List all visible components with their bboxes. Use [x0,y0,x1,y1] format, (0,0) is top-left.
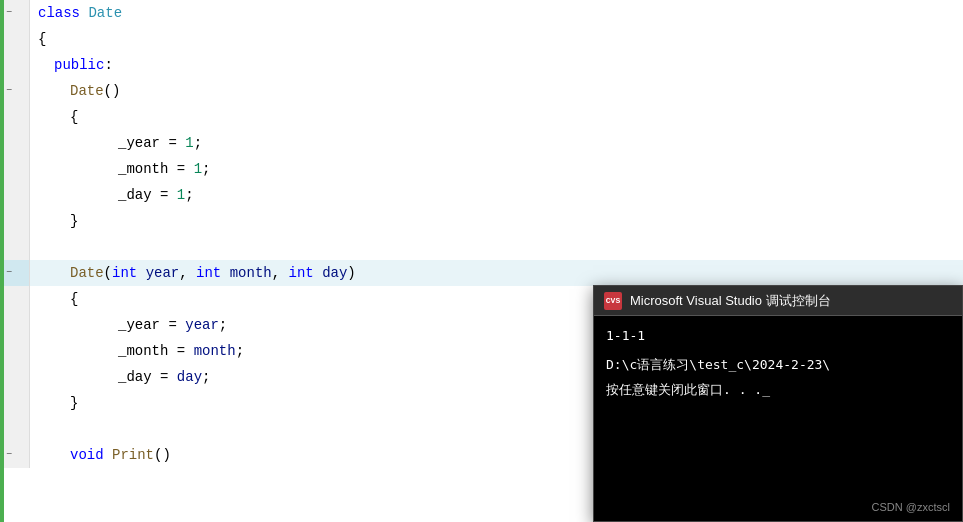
gutter-17 [0,416,30,442]
brace-open-3: { [70,286,78,312]
value-day: day [177,364,202,390]
terminal-title: Microsoft Visual Studio 调试控制台 [630,292,831,310]
terminal-window: CVS Microsoft Visual Studio 调试控制台 1-1-1 … [593,285,963,522]
keyword-int-day: int [289,260,314,286]
line-3: public : [0,52,963,78]
code-content-3: public : [30,52,963,78]
gutter-3 [0,52,30,78]
assign-month: = [168,156,193,182]
func-default-ctor: Date [70,78,104,104]
func-print: Print [112,442,154,468]
semi-year: ; [194,130,202,156]
terminal-footer: CSDN @zxctscl [872,501,950,513]
line-1: − class Date [0,0,963,26]
code-content-2: { [30,26,963,52]
code-content-6: _year = 1 ; [30,130,963,156]
value-year: year [185,312,219,338]
collapse-btn-18[interactable]: − [2,448,16,462]
gutter-1: − [0,0,30,26]
gutter-4: − [0,78,30,104]
assign-day-2: = [152,364,177,390]
left-border [0,0,4,522]
gutter-18: − [0,442,30,468]
gutter-10 [0,234,30,260]
terminal-icon-text: CVS [606,296,620,305]
terminal-output-2: D:\c语言练习\test_c\2024-2-23\ [606,355,950,376]
colon-public: : [104,52,112,78]
code-content-9: } [30,208,963,234]
gutter-15 [0,364,30,390]
line-6: _year = 1 ; [0,130,963,156]
member-month-1: _month [118,156,168,182]
code-content-7: _month = 1 ; [30,156,963,182]
brace-close-2: } [70,390,78,416]
gutter-7 [0,156,30,182]
brace-open-2: { [70,104,78,130]
code-content-11: Date ( int year , int month , int day ) [30,260,963,286]
keyword-int-month: int [196,260,221,286]
terminal-titlebar: CVS Microsoft Visual Studio 调试控制台 [594,286,962,316]
comma-1: , [179,260,196,286]
parens-print: () [154,442,171,468]
space-print [104,442,112,468]
func-param-ctor: Date [70,260,104,286]
line-11: − Date ( int year , int month , int day … [0,260,963,286]
code-content-4: Date () [30,78,963,104]
param-month: month [221,260,271,286]
code-content-8: _day = 1 ; [30,182,963,208]
member-year-2: _year [118,312,160,338]
gutter-9 [0,208,30,234]
num-1-day: 1 [177,182,185,208]
terminal-body: 1-1-1 D:\c语言练习\test_c\2024-2-23\ 按任意键关闭此… [594,316,962,410]
collapse-btn-11[interactable]: − [2,266,16,280]
semi-day-2: ; [202,364,210,390]
gutter-14 [0,338,30,364]
code-content-1: class Date [30,0,963,26]
gutter-11: − [0,260,30,286]
keyword-int-year: int [112,260,137,286]
semi-month: ; [202,156,210,182]
code-content-10 [30,234,963,260]
editor-container: − class Date { public : [0,0,963,522]
num-1-month: 1 [194,156,202,182]
collapse-btn-4[interactable]: − [2,84,16,98]
member-day-2: _day [118,364,152,390]
value-month: month [194,338,236,364]
param-day: day [314,260,348,286]
line-4: − Date () [0,78,963,104]
line-9: } [0,208,963,234]
assign-month-2: = [168,338,193,364]
code-content-5: { [30,104,963,130]
line-2: { [0,26,963,52]
paren-close-param: ) [347,260,355,286]
terminal-output-1: 1-1-1 [606,326,950,347]
gutter-12 [0,286,30,312]
keyword-class: class [38,0,80,26]
line-5: { [0,104,963,130]
assign-year-2: = [160,312,185,338]
gutter-2 [0,26,30,52]
gutter-13 [0,312,30,338]
num-1-year: 1 [185,130,193,156]
class-name-date: Date [88,0,122,26]
line-8: _day = 1 ; [0,182,963,208]
parens-default: () [104,78,121,104]
gutter-8 [0,182,30,208]
semi-day: ; [185,182,193,208]
terminal-app-icon: CVS [604,292,622,310]
gutter-6 [0,130,30,156]
member-year-1: _year [118,130,160,156]
terminal-output-3: 按任意键关闭此窗口. . ._ [606,380,950,401]
member-month-2: _month [118,338,168,364]
gutter-16 [0,390,30,416]
keyword-void: void [70,442,104,468]
param-year: year [137,260,179,286]
line-10 [0,234,963,260]
brace-close-1: } [70,208,78,234]
member-day-1: _day [118,182,152,208]
brace-open-1: { [38,26,46,52]
semi-month-2: ; [236,338,244,364]
collapse-btn-1[interactable]: − [2,6,16,20]
comma-2: , [272,260,289,286]
assign-year: = [160,130,185,156]
